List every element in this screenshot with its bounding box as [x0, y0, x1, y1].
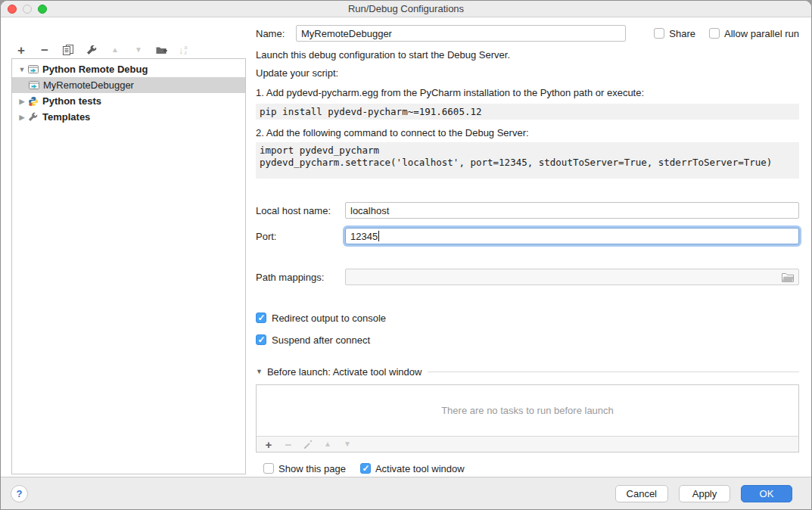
share-checkbox[interactable]: Share	[654, 28, 695, 39]
window-title: Run/Debug Configurations	[348, 3, 464, 14]
tree-item-python-tests[interactable]: ▶ Python tests	[12, 93, 245, 109]
name-input[interactable]	[296, 25, 626, 42]
chevron-down-icon[interactable]: ▼	[17, 66, 26, 73]
tree-item-python-remote-debug[interactable]: ▼ Python Remote Debug	[12, 61, 245, 77]
tree-item-myremotedebugger[interactable]: MyRemoteDebugger	[12, 77, 245, 93]
port-input[interactable]: 12345	[345, 228, 799, 244]
allow-parallel-run-checkbox[interactable]: Allow parallel run	[709, 28, 799, 39]
configuration-editor: Name: Share Allow parallel run Launch th…	[250, 17, 811, 477]
instruction-step1: 1. Add pydevd-pycharm.egg from the PyCha…	[256, 87, 799, 99]
tree-item-label: MyRemoteDebugger	[43, 79, 134, 91]
help-question-icon: ?	[17, 488, 23, 499]
dialog-footer: ? Cancel Apply OK	[1, 477, 811, 509]
help-button[interactable]: ?	[11, 485, 28, 502]
move-down-icon: ▼	[132, 43, 145, 57]
checkbox-checked-icon[interactable]	[360, 463, 371, 474]
before-launch-task-list: There are no tasks to run before launch …	[256, 384, 799, 452]
edit-templates-icon[interactable]	[85, 43, 98, 57]
share-label: Share	[669, 28, 695, 39]
configurations-tree: ▼ Python Remote Debug MyRemoteDebugger ▶	[11, 58, 246, 474]
suspend-after-connect-checkbox[interactable]: Suspend after connect	[256, 333, 799, 347]
zoom-window-icon[interactable]	[38, 5, 47, 14]
redirect-output-checkbox[interactable]: Redirect output to console	[256, 311, 799, 325]
checkbox-icon[interactable]	[654, 28, 664, 39]
tree-item-label: Templates	[42, 111, 90, 123]
edit-task-icon	[303, 439, 313, 449]
checkbox-icon[interactable]	[263, 463, 274, 474]
add-configuration-icon[interactable]: +	[14, 43, 28, 57]
checkbox-checked-icon[interactable]	[256, 313, 266, 323]
folder-browse-icon[interactable]	[782, 272, 794, 282]
title-bar: Run/Debug Configurations	[1, 1, 811, 17]
checkbox-checked-icon[interactable]	[256, 334, 266, 345]
instruction-step2: 2. Add the following command to connect …	[256, 127, 799, 139]
remote-debug-config-icon	[27, 64, 39, 75]
copy-configuration-icon[interactable]	[61, 43, 75, 57]
instruction-intro: Launch this debug configuration to start…	[256, 49, 799, 61]
local-host-input[interactable]	[345, 202, 799, 219]
path-mappings-input[interactable]	[345, 269, 799, 285]
port-label: Port:	[256, 231, 345, 242]
remote-debug-config-icon	[28, 80, 39, 91]
close-window-icon[interactable]	[8, 5, 17, 14]
settrace-code: import pydevd_pycharmpydevd_pycharm.sett…	[256, 142, 799, 179]
move-task-up-icon: ▲	[322, 439, 333, 449]
before-launch-empty-text: There are no tasks to run before launch	[257, 385, 798, 436]
checkbox-icon[interactable]	[709, 28, 720, 39]
before-launch-toolbar: + − ▲ ▼	[257, 436, 798, 452]
pip-install-code: pip install pydevd-pycharm~=191.6605.12	[256, 104, 799, 120]
instruction-update: Update your script:	[256, 67, 799, 79]
local-host-label: Local host name:	[256, 205, 345, 216]
sort-alphabetically-icon: ↓az	[179, 45, 187, 56]
minimize-window-icon	[23, 5, 32, 14]
run-debug-configurations-dialog: Run/Debug Configurations + − ▲ ▼ ↓az	[0, 0, 812, 510]
tree-item-templates[interactable]: ▶ Templates	[12, 109, 245, 125]
chevron-down-icon[interactable]: ▼	[256, 368, 263, 375]
redirect-output-label: Redirect output to console	[272, 313, 386, 324]
path-mappings-label: Path mappings:	[256, 272, 345, 283]
move-task-down-icon: ▼	[342, 439, 353, 449]
tree-item-label: Python tests	[42, 95, 101, 107]
add-task-icon[interactable]: +	[263, 439, 274, 449]
apply-button[interactable]: Apply	[679, 485, 730, 502]
before-launch-title: Before launch: Activate tool window	[267, 366, 422, 378]
before-launch-section-header[interactable]: ▼ Before launch: Activate tool window	[256, 365, 799, 378]
code-line: pydevd_pycharm.settrace('localhost', por…	[260, 157, 795, 169]
show-this-page-checkbox[interactable]: Show this page	[263, 463, 346, 474]
activate-tool-window-label: Activate tool window	[375, 463, 465, 474]
configurations-sidebar: + − ▲ ▼ ↓az ▼	[1, 17, 250, 477]
port-value: 12345	[350, 231, 378, 242]
remove-configuration-icon[interactable]: −	[38, 43, 51, 57]
sidebar-toolbar: + − ▲ ▼ ↓az	[14, 42, 187, 58]
python-tests-icon	[27, 96, 39, 107]
move-up-icon: ▲	[108, 43, 122, 57]
show-this-page-label: Show this page	[278, 463, 346, 474]
name-label: Name:	[256, 28, 296, 39]
chevron-right-icon[interactable]: ▶	[17, 98, 26, 105]
activate-tool-window-checkbox[interactable]: Activate tool window	[360, 463, 465, 474]
new-folder-icon[interactable]	[155, 43, 169, 57]
section-divider	[428, 372, 799, 372]
window-controls	[8, 5, 47, 14]
ok-button[interactable]: OK	[741, 485, 792, 502]
remove-task-icon: −	[283, 439, 294, 449]
text-caret	[378, 231, 379, 241]
templates-wrench-icon	[27, 112, 39, 123]
tree-item-label: Python Remote Debug	[42, 64, 148, 75]
code-line: import pydevd_pycharm	[260, 145, 795, 157]
cancel-button[interactable]: Cancel	[615, 485, 668, 502]
chevron-right-icon[interactable]: ▶	[17, 114, 26, 121]
allow-parallel-run-label: Allow parallel run	[724, 28, 799, 39]
suspend-after-connect-label: Suspend after connect	[272, 334, 370, 346]
